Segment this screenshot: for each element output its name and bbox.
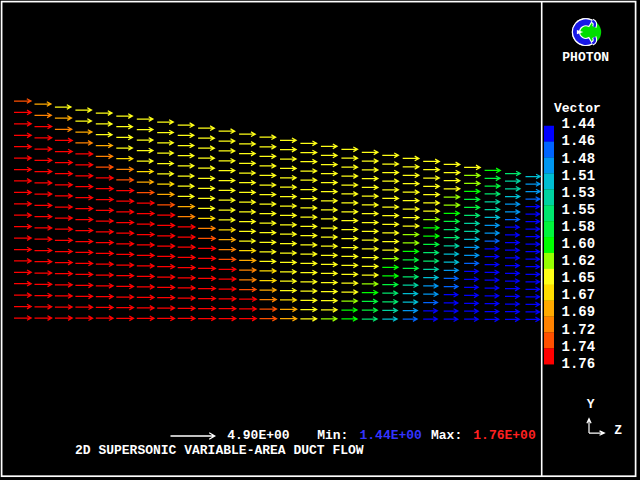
svg-text:Min:: Min:	[317, 428, 348, 443]
svg-text:Max:: Max:	[431, 428, 462, 443]
svg-text:Vector: Vector	[554, 101, 601, 116]
svg-text:Y: Y	[587, 397, 595, 412]
svg-text:1.46: 1.46	[562, 133, 596, 149]
svg-text:1.55: 1.55	[562, 202, 596, 218]
svg-text:PHOTON: PHOTON	[562, 50, 609, 65]
svg-text:Z: Z	[614, 423, 622, 438]
svg-text:4.90E+00: 4.90E+00	[227, 428, 290, 443]
svg-text:1.53: 1.53	[562, 185, 596, 201]
svg-text:1.65: 1.65	[562, 270, 596, 286]
svg-text:2D SUPERSONIC VARIABLE-AREA DU: 2D SUPERSONIC VARIABLE-AREA DUCT FLOW	[75, 443, 364, 458]
svg-text:1.76: 1.76	[562, 356, 596, 372]
svg-text:1.44: 1.44	[562, 116, 596, 132]
svg-text:1.48: 1.48	[562, 151, 596, 167]
svg-text:1.58: 1.58	[562, 219, 596, 235]
svg-text:1.76E+00: 1.76E+00	[473, 428, 536, 443]
svg-text:1.69: 1.69	[562, 304, 596, 320]
svg-text:1.51: 1.51	[562, 168, 596, 184]
svg-text:1.44E+00: 1.44E+00	[360, 428, 423, 443]
svg-text:1.72: 1.72	[562, 322, 596, 338]
svg-text:1.67: 1.67	[562, 287, 596, 303]
svg-text:1.74: 1.74	[562, 339, 596, 355]
svg-text:1.60: 1.60	[562, 236, 596, 252]
svg-text:1.62: 1.62	[562, 253, 596, 269]
